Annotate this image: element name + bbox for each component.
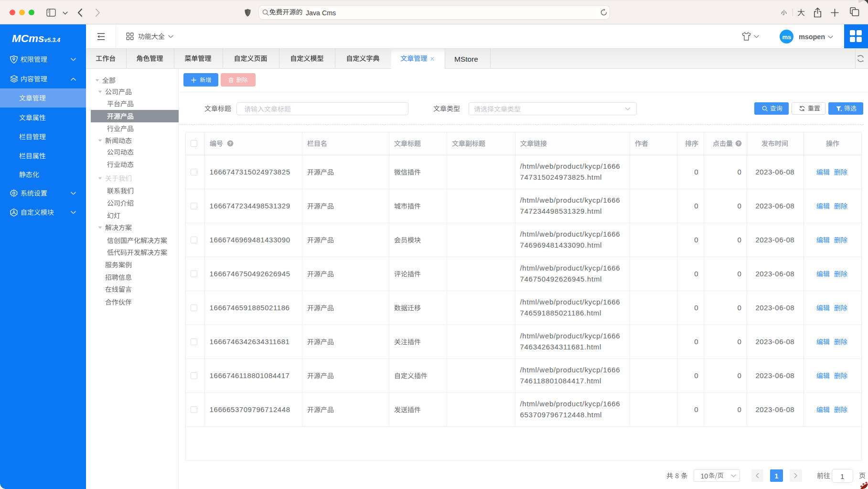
svg-text:?: ? xyxy=(737,141,740,146)
svg-text:?: ? xyxy=(229,141,232,146)
